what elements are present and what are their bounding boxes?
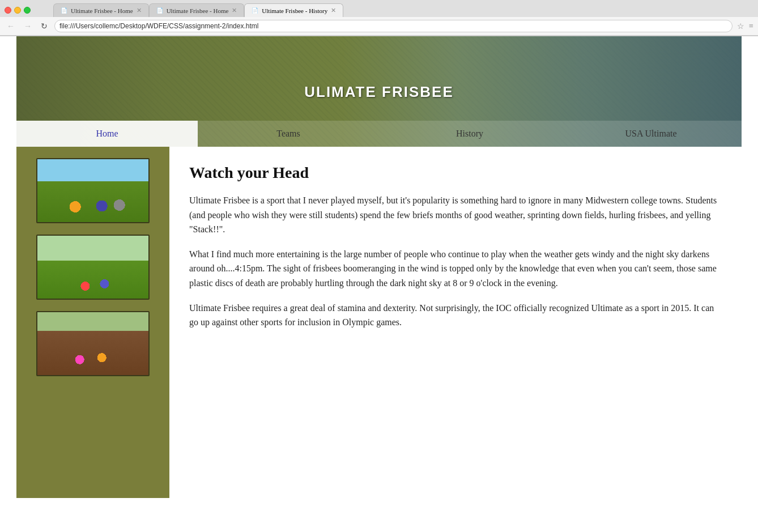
nav-label-history: History [456, 129, 483, 138]
reload-button[interactable]: ↻ [39, 20, 50, 32]
maximize-button[interactable] [24, 7, 31, 14]
back-button[interactable]: ← [5, 20, 17, 32]
browser-tab-2[interactable]: 📄 Ultimate Frisbee - Home ✕ [149, 3, 245, 17]
photo-2 [36, 235, 150, 300]
browser-chrome: 📄 Ultimate Frisbee - Home ✕ 📄 Ultimate F… [0, 0, 758, 36]
tab-label-2: Ultimate Frisbee - Home [167, 7, 229, 14]
hero-title: ULIMATE FRISBEE [304, 83, 454, 100]
article-content: Watch your Head Ultimate Frisbee is a sp… [169, 147, 742, 498]
nav-item-home[interactable]: Home [16, 121, 198, 147]
bookmark-icon[interactable]: ☆ [737, 22, 744, 31]
article-paragraph-2: What I find much more entertaining is th… [189, 247, 722, 291]
nav-label-home: Home [96, 129, 118, 138]
sidebar [16, 147, 169, 498]
photo-3 [36, 311, 150, 376]
tab-close-2[interactable]: ✕ [232, 7, 237, 14]
hero-section: ULIMATE FRISBEE Home Teams History USA U… [16, 36, 742, 147]
browser-tab-3[interactable]: 📄 Ultimate Frisbee - History ✕ [244, 3, 343, 17]
close-button[interactable] [5, 7, 11, 14]
forward-button[interactable]: → [22, 20, 34, 32]
nav-label-teams: Teams [276, 129, 300, 138]
article-paragraph-1: Ultimate Frisbee is a sport that I never… [189, 193, 722, 237]
tabs-bar: 📄 Ultimate Frisbee - Home ✕ 📄 Ultimate F… [53, 3, 343, 17]
address-bar[interactable] [54, 20, 733, 32]
nav-item-history[interactable]: History [379, 121, 560, 147]
traffic-lights [5, 7, 31, 14]
browser-tab-1[interactable]: 📄 Ultimate Frisbee - Home ✕ [53, 3, 149, 17]
tab-icon-1: 📄 [61, 7, 67, 14]
nav-item-teams[interactable]: Teams [198, 121, 379, 147]
nav-label-usa: USA Ultimate [625, 129, 676, 138]
photo-1 [36, 158, 150, 223]
tab-icon-3: 📄 [252, 7, 258, 14]
minimize-button[interactable] [14, 7, 21, 14]
nav-item-usa[interactable]: USA Ultimate [560, 121, 742, 147]
tab-icon-2: 📄 [156, 7, 163, 14]
tab-close-3[interactable]: ✕ [331, 7, 336, 14]
tab-label-3: Ultimate Frisbee - History [262, 7, 327, 14]
tab-close-1[interactable]: ✕ [137, 7, 142, 14]
title-bar: 📄 Ultimate Frisbee - Home ✕ 📄 Ultimate F… [0, 0, 758, 17]
menu-icon[interactable]: ≡ [749, 22, 753, 31]
main-content: Watch your Head Ultimate Frisbee is a sp… [16, 147, 742, 498]
article-heading: Watch your Head [189, 164, 722, 182]
browser-nav-bar: ← → ↻ ☆ ≡ [0, 17, 758, 36]
main-navigation: Home Teams History USA Ultimate [16, 121, 742, 147]
tab-label-1: Ultimate Frisbee - Home [71, 7, 133, 14]
article-paragraph-3: Ultimate Frisbee requires a great deal o… [189, 301, 722, 330]
page-wrapper: ULIMATE FRISBEE Home Teams History USA U… [16, 36, 742, 498]
